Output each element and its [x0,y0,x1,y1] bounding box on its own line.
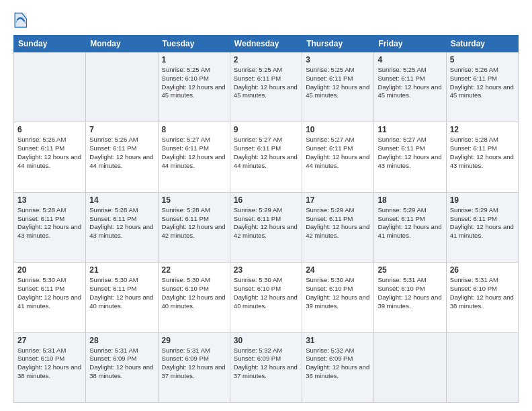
weekday-header-monday: Monday [86,36,158,52]
day-info: Sunrise: 5:27 AM Sunset: 6:11 PM Dayligh… [306,136,370,170]
day-info: Sunrise: 5:26 AM Sunset: 6:11 PM Dayligh… [17,136,82,170]
day-info: Sunrise: 5:28 AM Sunset: 6:11 PM Dayligh… [450,136,515,170]
day-number: 3 [306,55,370,64]
day-number: 14 [89,195,154,205]
calendar-cell: 27Sunrise: 5:31 AM Sunset: 6:10 PM Dayli… [14,332,86,402]
calendar-cell: 13Sunrise: 5:28 AM Sunset: 6:11 PM Dayli… [14,192,86,262]
calendar-cell: 19Sunrise: 5:29 AM Sunset: 6:11 PM Dayli… [446,192,518,262]
calendar-cell: 18Sunrise: 5:29 AM Sunset: 6:11 PM Dayli… [374,192,446,262]
weekday-header-wednesday: Wednesday [230,36,302,52]
day-number: 25 [378,265,442,275]
day-number: 29 [162,336,226,345]
day-number: 10 [306,125,370,134]
day-number: 27 [17,336,82,345]
svg-marker-0 [15,13,27,28]
calendar-cell: 24Sunrise: 5:30 AM Sunset: 6:10 PM Dayli… [302,263,374,332]
day-number: 19 [450,195,515,205]
calendar-cell: 9Sunrise: 5:27 AM Sunset: 6:11 PM Daylig… [230,122,302,192]
calendar-cell [446,332,518,402]
day-number: 16 [234,195,298,205]
weekday-header-row: SundayMondayTuesdayWednesdayThursdayFrid… [14,36,519,52]
calendar-cell: 11Sunrise: 5:27 AM Sunset: 6:11 PM Dayli… [374,122,446,192]
day-number: 9 [234,125,298,134]
day-number: 21 [89,265,154,275]
day-number: 8 [162,125,226,134]
day-number: 2 [234,55,298,64]
day-number: 18 [378,195,442,205]
calendar-week-row: 13Sunrise: 5:28 AM Sunset: 6:11 PM Dayli… [14,192,519,262]
day-info: Sunrise: 5:27 AM Sunset: 6:11 PM Dayligh… [234,136,298,170]
calendar-week-row: 1Sunrise: 5:25 AM Sunset: 6:10 PM Daylig… [14,52,519,122]
page: SundayMondayTuesdayWednesdayThursdayFrid… [0,0,532,411]
day-number: 17 [306,195,370,205]
day-number: 22 [162,265,226,275]
calendar-cell: 29Sunrise: 5:31 AM Sunset: 6:09 PM Dayli… [158,332,230,402]
day-number: 30 [234,336,298,345]
day-info: Sunrise: 5:28 AM Sunset: 6:11 PM Dayligh… [162,206,226,240]
calendar-cell: 8Sunrise: 5:27 AM Sunset: 6:11 PM Daylig… [158,122,230,192]
calendar-cell: 6Sunrise: 5:26 AM Sunset: 6:11 PM Daylig… [14,122,86,192]
day-number: 4 [378,55,442,64]
weekday-header-tuesday: Tuesday [158,36,230,52]
calendar-table: SundayMondayTuesdayWednesdayThursdayFrid… [13,35,519,403]
day-info: Sunrise: 5:30 AM Sunset: 6:10 PM Dayligh… [306,276,370,310]
logo-icon [13,11,27,30]
calendar-cell [374,332,446,402]
day-number: 24 [306,265,370,275]
weekday-header-sunday: Sunday [14,36,86,52]
day-number: 31 [306,336,370,345]
day-info: Sunrise: 5:31 AM Sunset: 6:09 PM Dayligh… [89,347,154,381]
day-number: 26 [450,265,515,275]
day-info: Sunrise: 5:29 AM Sunset: 6:11 PM Dayligh… [234,206,298,240]
day-number: 6 [17,125,82,134]
day-info: Sunrise: 5:25 AM Sunset: 6:11 PM Dayligh… [234,66,298,100]
weekday-header-thursday: Thursday [302,36,374,52]
day-number: 7 [89,125,154,134]
calendar-cell: 25Sunrise: 5:31 AM Sunset: 6:10 PM Dayli… [374,263,446,332]
day-info: Sunrise: 5:29 AM Sunset: 6:11 PM Dayligh… [450,206,515,240]
calendar-cell: 3Sunrise: 5:25 AM Sunset: 6:11 PM Daylig… [302,52,374,122]
calendar-cell: 21Sunrise: 5:30 AM Sunset: 6:11 PM Dayli… [86,263,158,332]
calendar-cell: 20Sunrise: 5:30 AM Sunset: 6:11 PM Dayli… [14,263,86,332]
day-info: Sunrise: 5:28 AM Sunset: 6:11 PM Dayligh… [17,206,82,240]
day-number: 5 [450,55,515,64]
header [13,11,519,30]
calendar-cell: 5Sunrise: 5:26 AM Sunset: 6:11 PM Daylig… [446,52,518,122]
day-info: Sunrise: 5:31 AM Sunset: 6:10 PM Dayligh… [450,276,515,310]
calendar-cell: 2Sunrise: 5:25 AM Sunset: 6:11 PM Daylig… [230,52,302,122]
weekday-header-saturday: Saturday [446,36,518,52]
day-number: 20 [17,265,82,275]
day-info: Sunrise: 5:29 AM Sunset: 6:11 PM Dayligh… [306,206,370,240]
calendar-cell: 7Sunrise: 5:26 AM Sunset: 6:11 PM Daylig… [86,122,158,192]
day-number: 12 [450,125,515,134]
calendar-cell [86,52,158,122]
logo [13,11,30,30]
day-info: Sunrise: 5:25 AM Sunset: 6:11 PM Dayligh… [306,66,370,100]
calendar-cell: 28Sunrise: 5:31 AM Sunset: 6:09 PM Dayli… [86,332,158,402]
day-number: 11 [378,125,442,134]
calendar-cell [14,52,86,122]
day-info: Sunrise: 5:29 AM Sunset: 6:11 PM Dayligh… [378,206,442,240]
day-info: Sunrise: 5:31 AM Sunset: 6:10 PM Dayligh… [378,276,442,310]
day-info: Sunrise: 5:32 AM Sunset: 6:09 PM Dayligh… [234,347,298,381]
day-info: Sunrise: 5:25 AM Sunset: 6:10 PM Dayligh… [162,66,226,100]
day-info: Sunrise: 5:27 AM Sunset: 6:11 PM Dayligh… [162,136,226,170]
day-number: 13 [17,195,82,205]
day-number: 28 [89,336,154,345]
day-info: Sunrise: 5:27 AM Sunset: 6:11 PM Dayligh… [378,136,442,170]
day-info: Sunrise: 5:25 AM Sunset: 6:11 PM Dayligh… [378,66,442,100]
calendar-cell: 31Sunrise: 5:32 AM Sunset: 6:09 PM Dayli… [302,332,374,402]
calendar-cell: 23Sunrise: 5:30 AM Sunset: 6:10 PM Dayli… [230,263,302,332]
calendar-cell: 30Sunrise: 5:32 AM Sunset: 6:09 PM Dayli… [230,332,302,402]
day-info: Sunrise: 5:28 AM Sunset: 6:11 PM Dayligh… [89,206,154,240]
calendar-cell: 15Sunrise: 5:28 AM Sunset: 6:11 PM Dayli… [158,192,230,262]
day-info: Sunrise: 5:30 AM Sunset: 6:10 PM Dayligh… [234,276,298,310]
calendar-cell: 1Sunrise: 5:25 AM Sunset: 6:10 PM Daylig… [158,52,230,122]
calendar-cell: 4Sunrise: 5:25 AM Sunset: 6:11 PM Daylig… [374,52,446,122]
calendar-cell: 12Sunrise: 5:28 AM Sunset: 6:11 PM Dayli… [446,122,518,192]
day-info: Sunrise: 5:31 AM Sunset: 6:09 PM Dayligh… [162,347,226,381]
calendar-week-row: 6Sunrise: 5:26 AM Sunset: 6:11 PM Daylig… [14,122,519,192]
calendar-cell: 17Sunrise: 5:29 AM Sunset: 6:11 PM Dayli… [302,192,374,262]
calendar-cell: 10Sunrise: 5:27 AM Sunset: 6:11 PM Dayli… [302,122,374,192]
day-info: Sunrise: 5:30 AM Sunset: 6:11 PM Dayligh… [17,276,82,310]
